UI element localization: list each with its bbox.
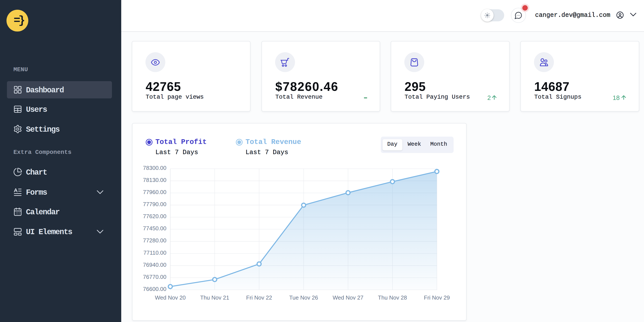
svg-text:Tue Nov 26: Tue Nov 26 <box>289 294 318 301</box>
svg-text:Wed Nov 27: Wed Nov 27 <box>332 294 364 301</box>
svg-text:77110.00: 77110.00 <box>143 249 166 256</box>
svg-text:Fri Nov 22: Fri Nov 22 <box>246 294 272 301</box>
svg-text:76770.00: 76770.00 <box>143 274 166 280</box>
svg-text:78130.00: 78130.00 <box>143 177 166 183</box>
svg-text:76600.00: 76600.00 <box>143 286 166 292</box>
svg-text:77280.00: 77280.00 <box>143 237 166 244</box>
svg-text:77620.00: 77620.00 <box>143 213 166 219</box>
svg-text:78300.00: 78300.00 <box>143 165 166 171</box>
svg-text:Fri Nov 29: Fri Nov 29 <box>424 294 450 301</box>
svg-text:77450.00: 77450.00 <box>143 225 166 232</box>
svg-text:Thu Nov 21: Thu Nov 21 <box>200 294 229 301</box>
svg-text:Wed Nov 20: Wed Nov 20 <box>155 294 186 301</box>
svg-text:77960.00: 77960.00 <box>143 189 166 195</box>
svg-text:77790.00: 77790.00 <box>143 201 166 207</box>
svg-text:Thu Nov 28: Thu Nov 28 <box>378 294 407 301</box>
svg-text:76940.00: 76940.00 <box>143 262 166 268</box>
